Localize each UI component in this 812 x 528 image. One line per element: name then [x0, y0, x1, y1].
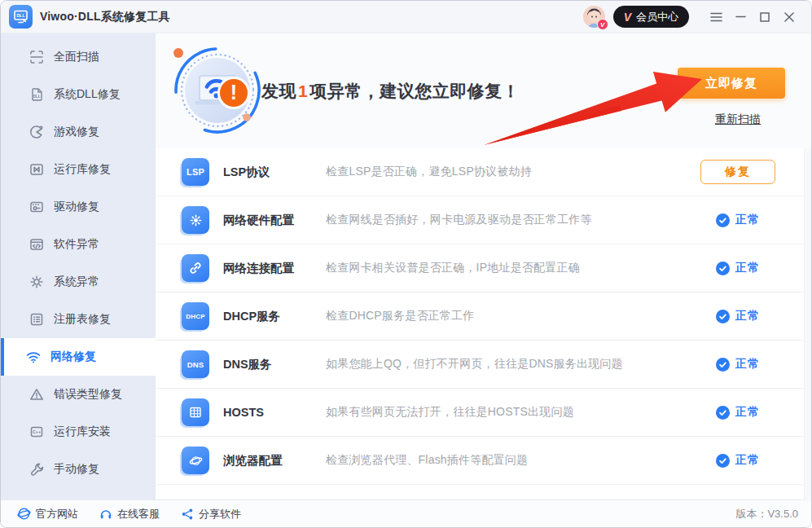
check-circle-icon — [716, 406, 730, 420]
minimize-button[interactable] — [728, 7, 753, 28]
item-title: 网络硬件配置 — [223, 213, 326, 228]
member-v-icon: V — [624, 11, 631, 24]
status-badge: 正常 — [700, 261, 775, 275]
sidebar-item-game-repair[interactable]: 游戏修复 — [1, 113, 156, 151]
sidebar-item-label: 运行库修复 — [54, 162, 111, 177]
gear-icon — [182, 206, 209, 234]
sidebar-item-error-type-repair[interactable]: 错误类型修复 — [1, 376, 156, 413]
network-alert-illustration: ! — [172, 44, 263, 137]
item-title: DHCP服务 — [223, 309, 326, 324]
sidebar-item-label: 驱动修复 — [54, 200, 99, 214]
svg-text:DLL: DLL — [16, 13, 25, 18]
sidebar-item-runtime-repair[interactable]: 运行库修复 — [1, 151, 156, 188]
dns-icon: DNS — [182, 350, 209, 378]
sidebar-item-driver-repair[interactable]: 驱动修复 — [1, 188, 156, 226]
sidebar-item-label: 系统异常 — [54, 275, 99, 289]
maximize-button[interactable] — [753, 7, 777, 28]
page-title: Viwoo·DLL系统修复工具 — [40, 10, 170, 24]
sidebar-item-label: 游戏修复 — [54, 125, 99, 139]
sidebar-item-label: 软件异常 — [54, 237, 99, 252]
wrench-icon — [29, 461, 45, 477]
check-circle-icon — [716, 262, 730, 275]
list-item-browser-config: 浏览器配置 检查浏览器代理、Flash插件等配置问题 正常 — [156, 437, 811, 485]
wifi-icon — [25, 349, 42, 365]
sidebar-item-network-repair[interactable]: 网络修复 — [1, 338, 156, 376]
list-item-lsp: LSP LSP协议 检查LSP是否正确，避免LSP协议被劫持 修复 — [156, 148, 811, 196]
app-window: DLL Viwoo·DLL系统修复工具 V V 会员中心 — [0, 0, 812, 528]
item-title: 网络连接配置 — [223, 261, 326, 276]
status-badge: 正常 — [700, 453, 775, 468]
status-badge: 正常 — [700, 405, 775, 420]
software-icon — [29, 236, 45, 253]
item-description: 检查网卡相关设普是否正确，IP地址是否配置正确 — [326, 261, 700, 275]
sidebar-item-label: 注册表修复 — [54, 312, 111, 327]
vip-badge: V — [597, 19, 608, 30]
sidebar: 全面扫描 DLL 系统DLL修复 游戏修复 运行库修复 驱动修复 软件异常 — [1, 33, 156, 499]
sidebar-item-label: 网络修复 — [50, 350, 96, 364]
sidebar-item-manual-repair[interactable]: 手动修复 — [1, 451, 156, 488]
item-description: 检查DHCP服务是否正常工作 — [326, 309, 700, 323]
sidebar-item-software-exception[interactable]: 软件异常 — [1, 226, 156, 263]
close-button[interactable] — [777, 7, 801, 28]
status-badge: 正常 — [700, 357, 775, 372]
list-item-network-hardware: 网络硬件配置 检查网线是否插好，网卡电源及驱动是否正常工作等 正常 — [156, 196, 811, 244]
cpp-icon: C++ — [29, 424, 45, 440]
share-icon — [181, 508, 194, 521]
sidebar-item-runtime-install[interactable]: C++ 运行库安装 — [1, 413, 156, 451]
footer: 官方网站 在线客服 分享软件 版本：V3.5.0 — [1, 499, 811, 527]
anomaly-count: 1 — [296, 81, 309, 100]
scan-icon — [29, 49, 45, 65]
titlebar: DLL Viwoo·DLL系统修复工具 V V 会员中心 — [1, 1, 811, 33]
sidebar-item-registry-repair[interactable]: 注册表修复 — [1, 301, 156, 338]
menu-button[interactable] — [704, 7, 728, 28]
footer-link-share[interactable]: 分享软件 — [181, 507, 241, 521]
svg-text:!: ! — [230, 81, 237, 103]
version-label: 版本：V3.5.0 — [735, 507, 798, 521]
headset-icon — [99, 508, 112, 521]
scrollbar[interactable] — [804, 148, 811, 501]
item-description: 检查浏览器代理、Flash插件等配置问题 — [326, 453, 700, 468]
check-circle-icon — [716, 358, 730, 372]
check-list: LSP LSP协议 检查LSP是否正确，避免LSP协议被劫持 修复 网络硬件配置… — [156, 148, 811, 485]
registry-icon — [29, 311, 45, 328]
driver-icon — [29, 199, 45, 215]
link-icon — [182, 254, 209, 282]
repair-item-button[interactable]: 修复 — [700, 160, 775, 184]
sidebar-item-full-scan[interactable]: 全面扫描 — [1, 38, 156, 76]
maximize-icon — [760, 12, 770, 22]
sidebar-item-label: 全面扫描 — [54, 50, 99, 64]
check-circle-icon — [716, 454, 730, 468]
footer-link-online-support[interactable]: 在线客服 — [99, 507, 160, 521]
minimize-icon — [735, 11, 746, 22]
scan-result-banner: ! 发现1项异常，建议您立即修复！ 立即修复 重新扫描 — [156, 33, 811, 148]
member-center-label: 会员中心 — [636, 10, 678, 24]
check-circle-icon — [716, 310, 730, 323]
browser-icon — [182, 447, 209, 474]
main-panel: ! 发现1项异常，建议您立即修复！ 立即修复 重新扫描 LSP LSP协议 检查… — [156, 33, 811, 499]
check-circle-icon — [716, 213, 730, 227]
sidebar-item-label: 错误类型修复 — [54, 387, 122, 402]
content-area: 全面扫描 DLL 系统DLL修复 游戏修复 运行库修复 驱动修复 软件异常 — [1, 33, 811, 499]
list-item-dns: DNS DNS服务 如果您能上QQ，但打不开网页，往往是DNS服务出现问题 正常 — [156, 341, 811, 389]
member-center-button[interactable]: V 会员中心 — [613, 6, 689, 28]
game-icon — [29, 124, 45, 140]
sidebar-item-system-dll-repair[interactable]: DLL 系统DLL修复 — [1, 76, 156, 113]
close-icon — [784, 12, 794, 22]
footer-link-official-site[interactable]: 官方网站 — [17, 507, 78, 521]
scan-result-message: 发现1项异常，建议您立即修复！ — [261, 80, 520, 103]
item-description: 如果有些网页无法打开，往往是HOSTS出现问题 — [326, 405, 700, 420]
runtime-repair-icon — [29, 161, 45, 178]
repair-now-button[interactable]: 立即修复 — [678, 68, 785, 99]
avatar[interactable]: V — [583, 6, 605, 28]
app-logo-icon: DLL — [9, 5, 33, 29]
item-title: DNS服务 — [223, 357, 326, 372]
rescan-link[interactable]: 重新扫描 — [715, 112, 761, 127]
item-description: 检查LSP是否正确，避免LSP协议被劫持 — [326, 165, 700, 179]
hosts-icon — [182, 398, 209, 426]
list-item-hosts: HOSTS 如果有些网页无法打开，往往是HOSTS出现问题 正常 — [156, 389, 811, 437]
sidebar-item-system-exception[interactable]: 系统异常 — [1, 263, 156, 301]
item-description: 如果您能上QQ，但打不开网页，往往是DNS服务出现问题 — [326, 357, 700, 372]
status-badge: 正常 — [700, 213, 775, 227]
sidebar-item-label: 运行库安装 — [54, 425, 111, 439]
item-description: 检查网线是否插好，网卡电源及驱动是否正常工作等 — [326, 213, 700, 227]
